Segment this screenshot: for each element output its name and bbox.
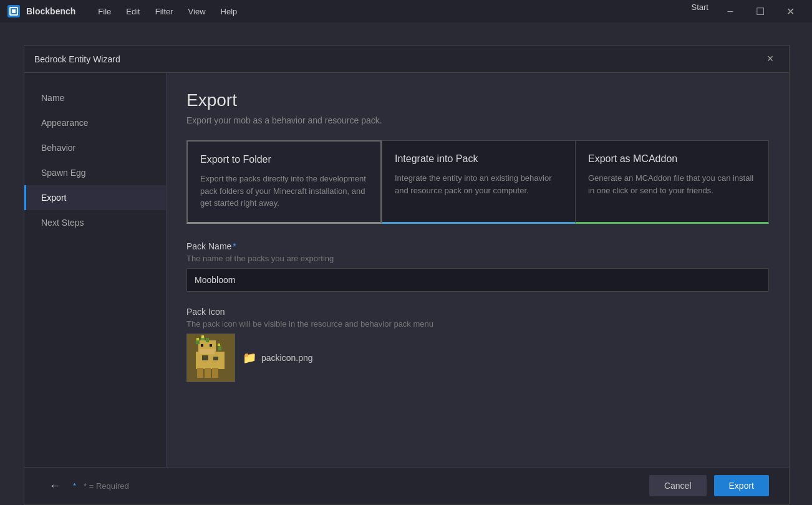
app-logo: [7, 5, 20, 17]
export-folder-title: Export to Folder: [200, 154, 368, 165]
svg-rect-10: [202, 355, 208, 360]
wizard-sidebar: Name Appearance Behavior Spawn Egg Expor…: [24, 73, 167, 467]
svg-rect-8: [205, 368, 211, 378]
dialog-background: Bedrock Entity Wizard × Name Appearance …: [0, 22, 812, 505]
svg-rect-4: [196, 352, 225, 369]
sidebar-item-export[interactable]: Export: [24, 185, 166, 210]
maximize-button[interactable]: ☐: [746, 0, 775, 22]
svg-rect-7: [197, 368, 203, 378]
dialog-title: Bedrock Entity Wizard: [34, 54, 120, 64]
dialog-header: Bedrock Entity Wizard ×: [24, 46, 789, 73]
required-star-footer: *: [73, 481, 76, 491]
svg-rect-15: [218, 345, 221, 350]
menu-help[interactable]: Help: [215, 4, 244, 19]
folder-icon: 📁: [243, 351, 256, 365]
pack-name-input[interactable]: [186, 268, 769, 292]
export-option-integrate[interactable]: Integrate into Pack Integrate the entity…: [382, 140, 575, 224]
svg-rect-18: [218, 344, 220, 346]
sidebar-item-name[interactable]: Name: [24, 85, 166, 110]
sidebar-item-behavior[interactable]: Behavior: [24, 135, 166, 160]
svg-rect-17: [201, 335, 204, 338]
svg-rect-6: [200, 349, 215, 354]
export-integrate-title: Integrate into Pack: [395, 153, 563, 165]
sidebar-item-appearance[interactable]: Appearance: [24, 110, 166, 135]
moobloom-icon: [187, 334, 235, 382]
pack-icon-preview[interactable]: [186, 334, 235, 382]
export-integrate-desc: Integrate the entity into an existing be…: [395, 172, 563, 196]
window-controls: Start – ☐ ✕: [685, 0, 805, 22]
menu-edit[interactable]: Edit: [120, 4, 146, 19]
page-title: Export: [186, 90, 769, 110]
dialog-close-button[interactable]: ×: [761, 50, 779, 68]
pack-name-hint: The name of the packs you are exporting: [186, 254, 769, 263]
required-star: *: [233, 241, 236, 251]
svg-rect-14: [206, 338, 209, 342]
menu-filter[interactable]: Filter: [149, 4, 180, 19]
main-content-area: Export Export your mob as a behavior and…: [167, 73, 789, 467]
pack-icon-filename-row[interactable]: 📁 packicon.png: [243, 351, 313, 365]
dialog-body: Name Appearance Behavior Spawn Egg Expor…: [24, 73, 789, 467]
pack-name-label: Pack Name*: [186, 241, 769, 251]
minimize-button[interactable]: –: [716, 0, 745, 22]
back-button[interactable]: ←: [44, 477, 65, 495]
dialog-footer: ← * * = Required Cancel Export: [24, 467, 789, 504]
sidebar-item-next-steps[interactable]: Next Steps: [24, 210, 166, 235]
cancel-button[interactable]: Cancel: [649, 475, 707, 496]
start-button[interactable]: Start: [685, 0, 715, 22]
pack-name-group: Pack Name* The name of the packs you are…: [186, 241, 769, 292]
pack-icon-row: 📁 packicon.png: [186, 334, 769, 382]
svg-rect-11: [213, 357, 218, 360]
export-options: Export to Folder Export the packs direct…: [186, 140, 769, 224]
export-folder-desc: Export the packs directly into the devel…: [200, 173, 368, 209]
pack-icon-label: Pack Icon: [186, 307, 769, 317]
svg-rect-20: [210, 344, 212, 347]
export-option-mcaddon[interactable]: Export as MCAddon Generate an MCAddon fi…: [575, 140, 769, 224]
required-note: * = Required: [84, 481, 129, 491]
page-subtitle: Export your mob as a behavior and resour…: [186, 115, 769, 125]
menu-bar: File Edit Filter View Help: [92, 4, 243, 19]
svg-rect-16: [196, 338, 199, 340]
export-mcaddon-desc: Generate an MCAddon file that you can in…: [588, 172, 756, 196]
export-mcaddon-title: Export as MCAddon: [588, 153, 756, 165]
bedrock-entity-wizard-dialog: Bedrock Entity Wizard × Name Appearance …: [24, 45, 790, 504]
export-button[interactable]: Export: [714, 475, 769, 496]
menu-file[interactable]: File: [92, 4, 117, 19]
title-bar: Blockbench File Edit Filter View Help St…: [0, 0, 812, 22]
menu-view[interactable]: View: [182, 4, 212, 19]
sidebar-item-spawn-egg[interactable]: Spawn Egg: [24, 160, 166, 185]
pack-icon-file-info: 📁 packicon.png: [243, 351, 313, 365]
close-window-button[interactable]: ✕: [776, 0, 805, 22]
app-title: Blockbench: [26, 6, 75, 16]
svg-rect-2: [12, 9, 16, 13]
pack-icon-hint: The pack icon will be visible in the res…: [186, 319, 769, 329]
svg-rect-9: [212, 368, 218, 378]
export-option-folder[interactable]: Export to Folder Export the packs direct…: [186, 140, 382, 224]
pack-icon-filename: packicon.png: [261, 353, 313, 363]
pack-icon-group: Pack Icon The pack icon will be visible …: [186, 307, 769, 382]
svg-rect-19: [201, 344, 203, 347]
